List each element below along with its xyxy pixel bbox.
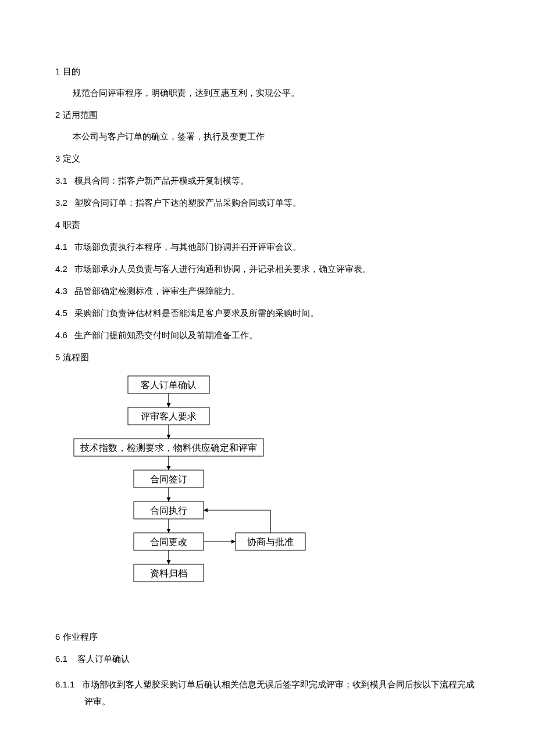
item-6-1-1: 6.1.1 市场部收到客人塑胶采购订单后确认相关信息无误后签字即完成评审；收到模… bbox=[55, 676, 480, 710]
item-4-6: 4.6 生产部门提前知悉交付时间以及前期准备工作。 bbox=[55, 331, 480, 340]
item-4-3: 4.3 品管部确定检测标准，评审生产保障能力。 bbox=[55, 286, 480, 296]
flowchart: 客人订单确认评审客人要求技术指数，检测要求，物料供应确定和评审合同签订合同执行合… bbox=[70, 375, 480, 622]
flow-node-4-label: 合同签订 bbox=[150, 474, 187, 484]
heading-6: 6 作业程序 bbox=[55, 632, 480, 642]
document-page: 1 目的规范合同评审程序，明确职责，达到互惠互利，实现公平。2 适用范围本公司与… bbox=[0, 0, 535, 756]
item-3-1: 3.1 模具合同：指客户新产品开模或开复制模等。 bbox=[55, 176, 480, 185]
item-4-2: 4.2 市场部承办人员负责与客人进行沟通和协调，并记录相关要求，确立评审表。 bbox=[55, 264, 480, 274]
heading-1: 1 目的 bbox=[55, 67, 480, 76]
flow-node-3-label: 技术指数，检测要求，物料供应确定和评审 bbox=[80, 443, 257, 453]
flow-node-2-label: 评审客人要求 bbox=[141, 411, 197, 421]
flow-node-8-label: 资料归档 bbox=[150, 568, 187, 578]
item-3-2: 3.2 塑胶合同订单：指客户下达的塑胶产品采购合同或订单等。 bbox=[55, 198, 480, 207]
body-1: 规范合同评审程序，明确职责，达到互惠互利，实现公平。 bbox=[55, 89, 480, 98]
flow-node-5-label: 合同执行 bbox=[150, 506, 187, 515]
heading-5: 5 流程图 bbox=[55, 353, 480, 362]
item-4-5: 4.5 采购部门负责评估材料是否能满足客户要求及所需的采购时间。 bbox=[55, 309, 480, 318]
body-2: 本公司与客户订单的确立，签署，执行及变更工作 bbox=[55, 132, 480, 141]
item-4-1: 4.1 市场部负责执行本程序，与其他部门协调并召开评审会议。 bbox=[55, 242, 480, 252]
heading-2: 2 适用范围 bbox=[55, 110, 480, 120]
flow-node-6-label: 合同更改 bbox=[150, 537, 187, 547]
item-6-1: 6.1 客人订单确认 bbox=[55, 654, 480, 664]
heading-3: 3 定义 bbox=[55, 154, 480, 163]
flow-node-7-label: 协商与批准 bbox=[247, 537, 294, 547]
flow-node-1-label: 客人订单确认 bbox=[141, 380, 197, 390]
heading-4: 4 职责 bbox=[55, 220, 480, 230]
